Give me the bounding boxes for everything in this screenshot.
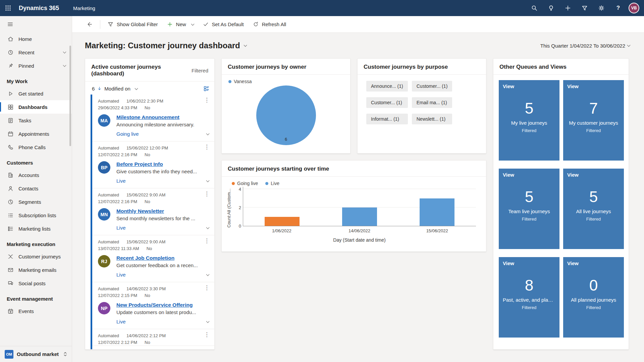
view-selector-button[interactable] bbox=[203, 85, 210, 92]
chevron-down-icon[interactable] bbox=[206, 273, 210, 276]
account-avatar[interactable]: VB bbox=[629, 3, 639, 13]
journey-list-item[interactable]: Automated15/06/2022 12:00 PM 12/07/2022 … bbox=[92, 141, 214, 188]
journey-list-item[interactable]: Automated14/06/2022 3:30 PM 12/07/2022 2… bbox=[92, 282, 214, 329]
view-link[interactable]: View bbox=[503, 83, 555, 89]
chevron-down-icon[interactable] bbox=[63, 50, 66, 54]
item-menu-button[interactable]: ⋮ bbox=[204, 285, 210, 291]
sidebar-item-phone-calls[interactable]: Phone Calls bbox=[0, 140, 72, 154]
sidebar-item-segments[interactable]: Segments bbox=[0, 195, 72, 208]
view-link[interactable]: View bbox=[503, 172, 555, 178]
queue-tile-my-customer-journeys[interactable]: View 7 My customer journeys Filtered bbox=[563, 80, 624, 161]
sidebar-item-customer-journeys[interactable]: Customer journeys bbox=[0, 250, 72, 263]
help-button[interactable]: ? bbox=[610, 0, 627, 16]
journey-title-link[interactable]: Milestone Announcement bbox=[116, 114, 194, 120]
journey-list-item[interactable]: Automated15/06/2022 9:00 AM 12/07/2022 2… bbox=[92, 188, 214, 235]
sidebar-item-marketing-lists[interactable]: Marketing lists bbox=[0, 222, 72, 235]
item-menu-button[interactable]: ⋮ bbox=[204, 97, 210, 103]
search-button[interactable] bbox=[526, 0, 543, 16]
view-link[interactable]: View bbox=[503, 260, 555, 266]
chevron-down-icon[interactable] bbox=[206, 179, 210, 182]
show-global-filter-button[interactable]: Show Global Filter bbox=[103, 16, 162, 33]
journey-title-link[interactable]: Before Project Info bbox=[116, 161, 197, 167]
view-link[interactable]: View bbox=[567, 83, 620, 89]
sidebar-item-pinned[interactable]: Pinned bbox=[0, 59, 72, 72]
sidebar-item-get-started[interactable]: Get started bbox=[0, 87, 72, 100]
dashboard-selector[interactable]: Marketing: Customer journey dashboard bbox=[85, 41, 247, 50]
journey-status-link[interactable]: Going live bbox=[116, 131, 139, 137]
back-button[interactable] bbox=[82, 16, 97, 33]
sidebar-item-accounts[interactable]: Accounts bbox=[0, 168, 72, 182]
journey-list-item[interactable]: Automated15/06/2022 9:00 AM 13/07/2022 1… bbox=[92, 235, 214, 282]
journey-list-item[interactable]: Automated1/06/2022 2:30 PM 29/06/2022 4:… bbox=[92, 95, 214, 141]
chevron-down-icon[interactable] bbox=[206, 319, 210, 323]
queue-tile-all-planned-journeys[interactable]: View 0 All planned journeys Filtered bbox=[563, 257, 624, 338]
purpose-tag[interactable]: Customer... (1) bbox=[366, 97, 408, 108]
chevron-down-icon[interactable] bbox=[206, 132, 210, 135]
area-label: Outbound market... bbox=[17, 351, 59, 357]
sidebar-scrollbar[interactable] bbox=[69, 46, 71, 146]
avatar: RJ bbox=[98, 255, 110, 267]
sidebar-item-tasks[interactable]: Tasks bbox=[0, 114, 72, 127]
bar-live[interactable] bbox=[420, 198, 454, 226]
legend-item-live[interactable]: Live bbox=[265, 181, 279, 186]
speech-bubble-icon bbox=[7, 280, 14, 287]
new-button[interactable]: New bbox=[162, 16, 198, 33]
filter-button[interactable] bbox=[576, 0, 593, 16]
avatar: MA bbox=[98, 114, 110, 127]
settings-button[interactable] bbox=[593, 0, 610, 16]
sidebar-item-label: Phone Calls bbox=[18, 144, 46, 150]
sidebar-item-appointments[interactable]: Appointments bbox=[0, 127, 72, 140]
bar-live[interactable] bbox=[342, 207, 377, 226]
sort-by-dropdown[interactable]: Modified on bbox=[104, 86, 130, 92]
sidebar-item-subscription-lists[interactable]: Subscription lists bbox=[0, 208, 72, 222]
date-range-filter[interactable]: This Quarter 1/04/2022 To 30/06/2022 bbox=[540, 43, 630, 49]
bar-going-live[interactable] bbox=[265, 217, 300, 226]
journey-title-link[interactable]: New Products/Service Offering bbox=[116, 302, 196, 308]
queue-tile-my-live-journeys[interactable]: View 5 My live journeys Filtered bbox=[499, 80, 559, 161]
sidebar-item-contacts[interactable]: Contacts bbox=[0, 182, 72, 195]
quick-create-button[interactable] bbox=[559, 0, 576, 16]
journey-list-item[interactable]: Automated14/06/2022 2:12 PM 12/07/2022 2… bbox=[92, 329, 214, 346]
sidebar-item-social-posts[interactable]: Social posts bbox=[0, 277, 72, 290]
journey-status-link[interactable]: Live bbox=[116, 225, 126, 231]
item-menu-button[interactable]: ⋮ bbox=[204, 332, 210, 338]
purpose-tag[interactable]: Customer... (1) bbox=[412, 81, 452, 92]
brand-logo[interactable]: Dynamics 365 bbox=[19, 5, 59, 12]
item-menu-button[interactable]: ⋮ bbox=[204, 238, 210, 244]
refresh-all-button[interactable]: Refresh All bbox=[248, 16, 291, 33]
journey-title-link[interactable]: Monthly Newsletter bbox=[116, 208, 195, 214]
purpose-tag[interactable]: Announce... (1) bbox=[366, 81, 408, 92]
sidebar-item-dashboards[interactable]: Dashboards bbox=[0, 100, 72, 114]
suggestions-button[interactable] bbox=[543, 0, 559, 16]
sidebar-section-my-work: My Work bbox=[0, 72, 72, 87]
purpose-tag[interactable]: Email ma... (1) bbox=[412, 97, 452, 108]
sidebar-item-events[interactable]: Events bbox=[0, 304, 72, 318]
sidebar-item-home[interactable]: Home bbox=[0, 32, 72, 46]
journey-title-link[interactable]: Recent Job Completion bbox=[116, 255, 198, 261]
pie-slice-vanessa[interactable] bbox=[256, 85, 316, 145]
journey-status-link[interactable]: Live bbox=[116, 272, 126, 278]
sidebar-item-recent[interactable]: Recent bbox=[0, 46, 72, 59]
set-as-default-button[interactable]: Set As Default bbox=[198, 16, 248, 33]
sidebar-item-marketing-emails[interactable]: Marketing emails bbox=[0, 263, 72, 277]
view-link[interactable]: View bbox=[567, 172, 620, 178]
chevron-down-icon[interactable] bbox=[63, 64, 66, 67]
purpose-tag[interactable]: Newslett... (1) bbox=[412, 114, 452, 124]
journey-status-link[interactable]: Live bbox=[116, 178, 126, 184]
tile-count: 7 bbox=[567, 101, 620, 116]
area-switcher[interactable]: OM Outbound market... bbox=[0, 346, 72, 362]
waffle-button[interactable] bbox=[0, 0, 16, 16]
sitemap-toggle-button[interactable] bbox=[2, 17, 18, 32]
view-link[interactable]: View bbox=[567, 260, 620, 266]
journey-status-link[interactable]: Live bbox=[116, 319, 126, 324]
item-menu-button[interactable]: ⋮ bbox=[204, 144, 210, 150]
legend-item-vanessa[interactable]: Vanessa bbox=[228, 79, 252, 84]
journeys-over-time-card: Customer journeys starting over time Goi… bbox=[221, 160, 486, 252]
item-menu-button[interactable]: ⋮ bbox=[204, 191, 210, 197]
queue-tile-past-active-planned[interactable]: View 8 Past, active, and planne... Filte… bbox=[499, 257, 559, 338]
chevron-down-icon[interactable] bbox=[206, 226, 210, 229]
queue-tile-all-live-journeys[interactable]: View 5 All live journeys Filtered bbox=[563, 169, 624, 249]
purpose-tag[interactable]: Informat... (1) bbox=[366, 114, 408, 124]
queue-tile-team-live-journeys[interactable]: View 5 Team live journeys Filtered bbox=[499, 169, 559, 249]
legend-item-going-live[interactable]: Going live bbox=[232, 181, 258, 186]
